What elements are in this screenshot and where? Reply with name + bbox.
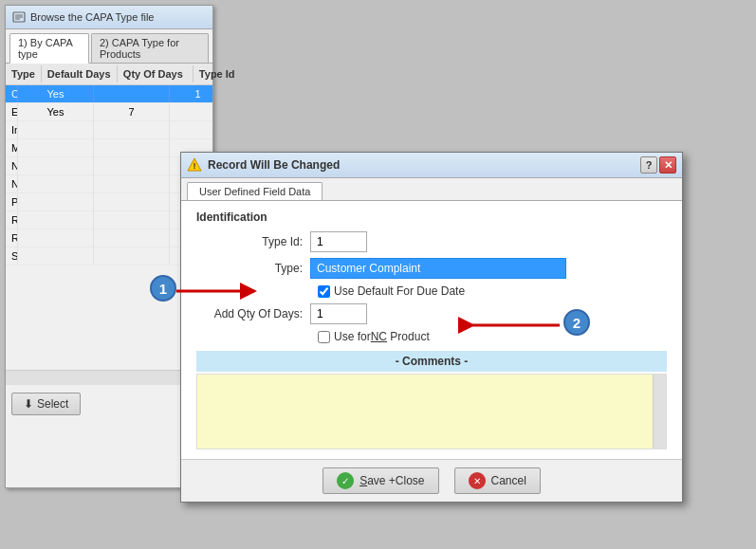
dialog-title-text: Record Will Be Changed xyxy=(208,158,340,172)
select-icon: ⬇ xyxy=(24,397,33,411)
use-default-row: Use Default For Due Date xyxy=(318,284,667,298)
dialog-title-buttons: ? ✕ xyxy=(640,156,676,174)
cell-qty-days xyxy=(94,157,170,174)
cell-qty-days xyxy=(94,247,170,265)
cell-qty-days xyxy=(94,229,170,247)
dialog: ! Record Will Be Changed ? ✕ User Define… xyxy=(180,152,683,503)
use-default-checkbox[interactable] xyxy=(318,285,330,298)
arrow-1 xyxy=(176,282,262,301)
cell-default-days xyxy=(18,139,94,156)
dialog-title-bar: ! Record Will Be Changed ? ✕ xyxy=(181,153,682,178)
use-nc-label: Use forNC Product xyxy=(334,330,430,343)
comments-header: - Comments - xyxy=(196,351,667,372)
cell-type: Internal Audit Finding xyxy=(6,121,18,138)
cell-type: Regulatory requirement xyxy=(6,211,18,229)
arrow-2 xyxy=(465,316,560,335)
cell-default-days xyxy=(18,211,94,229)
cell-qty-days xyxy=(94,85,170,102)
use-nc-checkbox[interactable] xyxy=(318,331,330,343)
dialog-tabs: User Defined Field Data xyxy=(181,178,682,201)
type-label: Type: xyxy=(196,262,310,275)
col-type-id: Type Id xyxy=(194,65,250,82)
cell-type: Software abnormality xyxy=(6,247,18,265)
svg-text:!: ! xyxy=(194,161,196,171)
cell-default-days xyxy=(18,175,94,192)
cell-type: Non-conforming Product xyxy=(6,157,18,174)
table-header: Type Default Days Qty Of Days Type Id xyxy=(6,64,212,85)
cancel-button[interactable]: ✕ Cancel xyxy=(454,467,541,494)
table-row[interactable]: Customer Complaint Yes 1 xyxy=(6,85,212,103)
table-row[interactable]: Internal Audit Finding xyxy=(6,121,212,139)
use-default-label: Use Default For Due Date xyxy=(334,284,465,298)
section-identification: Identification xyxy=(196,210,667,224)
cell-default-days: Yes xyxy=(18,103,94,120)
cell-type: Preventive Action xyxy=(6,193,18,210)
dialog-title-left: ! Record Will Be Changed xyxy=(187,157,340,173)
save-close-label: Save +Close xyxy=(360,474,424,487)
tab-by-capa-type[interactable]: 1) By CAPA type xyxy=(9,33,89,64)
cell-type: Employee Initiative xyxy=(6,103,18,120)
dialog-help-button[interactable]: ? xyxy=(640,156,657,174)
cell-type-id xyxy=(170,103,212,120)
qty-row: Add Qty Of Days: xyxy=(196,303,667,324)
comments-scrollbar[interactable] xyxy=(653,375,666,448)
type-row: Type: xyxy=(196,258,667,279)
cell-qty-days: 7 xyxy=(94,103,170,120)
col-qty-days: Qty Of Days xyxy=(118,65,194,82)
cell-type: Risk Assessment xyxy=(6,229,18,247)
dialog-tab-user-defined[interactable]: User Defined Field Data xyxy=(187,182,323,200)
select-label: Select xyxy=(37,397,68,411)
badge-1: 1 xyxy=(150,275,176,302)
select-button[interactable]: ⬇ Select xyxy=(11,393,81,415)
col-default-days: Default Days xyxy=(42,65,118,82)
dialog-close-button[interactable]: ✕ xyxy=(659,156,676,174)
save-icon: ✓ xyxy=(337,472,354,489)
cell-type: Customer Complaint xyxy=(6,85,18,102)
cell-type-id: 1 xyxy=(170,85,212,102)
cell-qty-days xyxy=(94,175,170,192)
type-id-input[interactable] xyxy=(310,231,367,252)
tab-capa-type-products[interactable]: 2) CAPA Type for Products xyxy=(91,33,209,63)
type-input[interactable] xyxy=(310,258,566,279)
tabs-bar: 1) By CAPA type 2) CAPA Type for Product… xyxy=(6,29,212,64)
cell-qty-days xyxy=(94,211,170,229)
main-window-title-text: Browse the CAPA Type file xyxy=(30,11,154,23)
cancel-label: Cancel xyxy=(491,474,526,487)
main-window-title: Browse the CAPA Type file xyxy=(6,6,212,29)
cell-default-days xyxy=(18,247,94,265)
cell-default-days xyxy=(18,121,94,138)
browse-icon xyxy=(11,9,27,25)
type-id-label: Type Id: xyxy=(196,235,310,248)
cell-default-days: Yes xyxy=(18,85,94,102)
cell-qty-days xyxy=(94,139,170,156)
cell-default-days xyxy=(18,193,94,210)
comments-area[interactable] xyxy=(196,374,667,449)
type-id-row: Type Id: xyxy=(196,231,667,252)
col-type: Type xyxy=(6,65,42,82)
cell-type: Management Review Output xyxy=(6,139,18,156)
cell-qty-days xyxy=(94,193,170,210)
badge-2: 2 xyxy=(563,309,590,336)
table-row[interactable]: Employee Initiative Yes 7 xyxy=(6,103,212,121)
cell-default-days xyxy=(18,157,94,174)
save-close-button[interactable]: ✓ Save +Close xyxy=(323,467,438,494)
dialog-footer: ✓ Save +Close ✕ Cancel xyxy=(181,459,682,502)
cancel-icon: ✕ xyxy=(469,472,486,489)
add-qty-input[interactable] xyxy=(310,303,367,324)
cell-qty-days xyxy=(94,121,170,138)
dialog-content: Identification Type Id: Type: Use Defaul… xyxy=(181,201,682,459)
add-qty-label: Add Qty Of Days: xyxy=(196,307,310,320)
cell-default-days xyxy=(18,229,94,247)
cell-type-id xyxy=(170,121,212,138)
warning-icon: ! xyxy=(187,157,202,173)
cell-type: Non-conforming Service xyxy=(6,175,18,192)
